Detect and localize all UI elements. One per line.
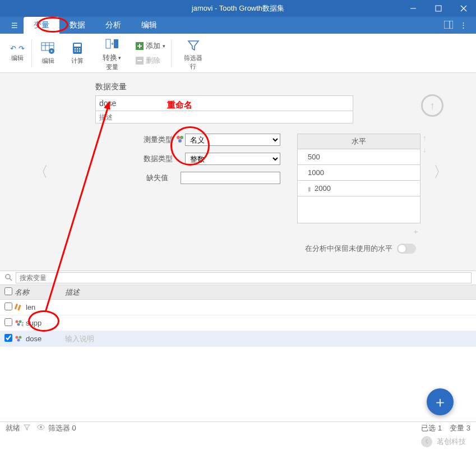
arrow-up-circle-icon[interactable]: ↑ bbox=[421, 94, 443, 117]
next-variable-button[interactable]: 〉 bbox=[433, 162, 448, 182]
search-bar bbox=[0, 271, 476, 285]
variable-row[interactable]: a supp bbox=[0, 315, 476, 331]
maximize-button[interactable] bbox=[426, 0, 451, 17]
measure-type-select[interactable]: 名义 bbox=[185, 134, 280, 146]
row-checkbox[interactable] bbox=[4, 318, 12, 326]
continuous-icon bbox=[15, 304, 26, 311]
ribbon-group-filter: 筛选器 行 bbox=[175, 34, 211, 72]
svg-point-16 bbox=[79, 48, 80, 49]
ribbon-group-edit: ↶ ↷ 编辑 bbox=[7, 34, 28, 72]
funnel-icon bbox=[186, 38, 201, 53]
variable-row[interactable]: dose 输入说明 bbox=[0, 331, 476, 347]
keep-unused-label: 在分析中保留未使用的水平 bbox=[305, 244, 392, 254]
select-all-checkbox[interactable] bbox=[4, 287, 12, 295]
measure-type-label: 测量类型 bbox=[135, 135, 173, 145]
setup-button[interactable]: 编辑 bbox=[35, 39, 61, 67]
svg-rect-33 bbox=[17, 304, 21, 310]
svg-point-39 bbox=[19, 336, 22, 338]
chevron-down-icon: ▾ bbox=[118, 55, 121, 61]
svg-point-30 bbox=[6, 274, 10, 279]
nominal-text-icon: a bbox=[15, 319, 26, 327]
fab-add-button[interactable]: ＋ bbox=[427, 388, 454, 415]
measure-icon bbox=[176, 135, 184, 145]
layout-icon[interactable] bbox=[444, 21, 453, 30]
filter-button[interactable]: 筛选器 bbox=[178, 36, 208, 62]
variable-row[interactable]: len bbox=[0, 300, 476, 315]
level-item[interactable]: ▮2000 bbox=[297, 181, 420, 196]
svg-rect-13 bbox=[74, 44, 81, 47]
svg-point-40 bbox=[17, 338, 20, 341]
watermark-icon: ㄑ bbox=[421, 436, 432, 447]
level-item[interactable]: 500 bbox=[297, 149, 420, 165]
svg-text:a: a bbox=[21, 319, 24, 327]
svg-point-42 bbox=[40, 426, 42, 428]
missing-values-input[interactable] bbox=[181, 172, 280, 184]
svg-line-31 bbox=[10, 278, 12, 281]
chevron-down-icon: ▾ bbox=[163, 43, 165, 49]
data-type-select[interactable]: 整数 bbox=[185, 153, 280, 165]
tab-edit[interactable]: 编辑 bbox=[131, 17, 167, 34]
tab-variables[interactable]: 变量 bbox=[24, 17, 59, 34]
variable-desc-input[interactable] bbox=[95, 111, 353, 123]
svg-point-11 bbox=[51, 51, 53, 52]
status-bar: 就绪 筛选器 0 已选 1 变量 3 bbox=[0, 421, 476, 434]
ribbon-separator bbox=[171, 39, 172, 67]
level-down-icon[interactable]: ↓ bbox=[423, 145, 427, 154]
add-icon bbox=[136, 42, 144, 50]
compute-button[interactable]: 计算 bbox=[64, 39, 90, 67]
levels-header: 水平 bbox=[297, 134, 420, 149]
ribbon-group-variable: 转换▾ 变量 bbox=[94, 34, 130, 72]
ribbon-separator bbox=[31, 39, 32, 67]
transform-icon bbox=[105, 37, 119, 52]
ribbon-group-label: 编辑 bbox=[11, 54, 24, 62]
ribbon: ↶ ↷ 编辑 编辑 计算 转换▾ 变量 添加▾ 删除 筛选器 行 bbox=[0, 34, 476, 73]
add-level-icon[interactable]: ＋ bbox=[412, 227, 419, 237]
svg-rect-1 bbox=[436, 6, 441, 11]
svg-point-28 bbox=[180, 136, 183, 139]
keep-unused-toggle[interactable] bbox=[397, 244, 416, 254]
table-gear-icon bbox=[41, 41, 56, 56]
svg-point-38 bbox=[16, 336, 19, 338]
row-checkbox[interactable] bbox=[4, 303, 12, 310]
status-ready: 就绪 bbox=[6, 423, 20, 433]
delete-variable-button[interactable]: 删除 bbox=[133, 54, 168, 67]
add-variable-button[interactable]: 添加▾ bbox=[133, 40, 168, 52]
hamburger-icon[interactable]: ☰ bbox=[6, 21, 24, 30]
variable-name: dose bbox=[26, 335, 65, 343]
tab-analyse[interactable]: 分析 bbox=[95, 17, 131, 34]
row-checkbox[interactable] bbox=[4, 334, 12, 342]
level-item[interactable]: 1000 bbox=[297, 165, 420, 181]
search-input[interactable] bbox=[16, 272, 472, 283]
status-filter: 筛选器 0 bbox=[48, 423, 76, 433]
level-empty bbox=[297, 196, 420, 223]
prev-variable-button[interactable]: 〈 bbox=[34, 162, 48, 182]
window-controls bbox=[400, 0, 476, 17]
tab-data[interactable]: 数据 bbox=[59, 17, 95, 34]
undo-icon[interactable]: ↶ bbox=[10, 44, 16, 53]
variable-list-header: 名称 描述 bbox=[0, 285, 476, 300]
search-icon bbox=[4, 273, 12, 283]
variable-name-input[interactable] bbox=[95, 95, 353, 111]
svg-point-34 bbox=[16, 320, 19, 323]
redo-icon[interactable]: ↷ bbox=[19, 44, 25, 53]
kebab-icon[interactable]: ⋮ bbox=[460, 21, 467, 30]
nominal-icon bbox=[15, 335, 26, 343]
minimize-button[interactable] bbox=[400, 0, 426, 17]
svg-point-29 bbox=[178, 139, 182, 143]
svg-point-17 bbox=[75, 51, 76, 52]
variable-panel: ↑ 〈 〉 数据变量 重命名 测量类型 名义 数据类型 整数 缺失值 水平 50… bbox=[0, 73, 476, 271]
column-desc-header: 描述 bbox=[65, 287, 80, 297]
funnel-icon[interactable] bbox=[24, 424, 30, 432]
svg-rect-20 bbox=[106, 39, 110, 48]
variable-name: supp bbox=[26, 319, 65, 327]
eye-icon[interactable] bbox=[37, 424, 45, 432]
levels-box: 水平 500 1000 ▮2000 ＋ 在分析中保留未使用的水平 bbox=[297, 134, 420, 254]
close-button[interactable] bbox=[451, 0, 476, 17]
watermark-text: 茗创科技 bbox=[437, 437, 466, 447]
level-up-icon[interactable]: ↑ bbox=[423, 134, 427, 142]
svg-point-36 bbox=[17, 323, 20, 326]
svg-rect-4 bbox=[444, 21, 453, 29]
transform-button[interactable]: 转换▾ bbox=[97, 35, 127, 63]
panel-heading: 数据变量 bbox=[95, 82, 454, 92]
watermark: ㄑ 茗创科技 bbox=[0, 434, 476, 449]
